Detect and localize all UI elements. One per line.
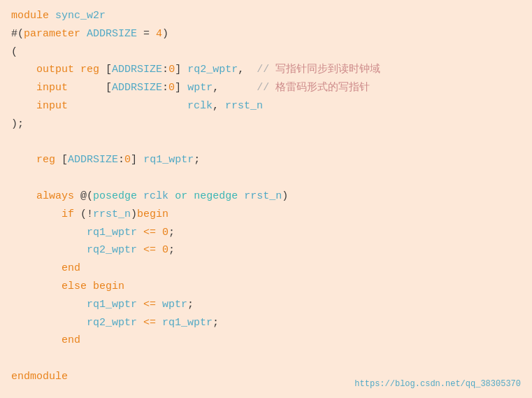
code-container: module sync_w2r #(parameter ADDRSIZE = 4… [0,0,532,398]
code-line-3: ( [11,43,521,62]
code-line-10 [11,169,521,187]
code-line-13: rq1_wptr <= 0; [11,224,521,242]
code-line-2: #(parameter ADDRSIZE = 4) [11,25,521,43]
code-line-17: rq1_wptr <= wptr; [11,296,521,314]
code-line-1: module sync_w2r [11,7,521,25]
code-line-19: end [11,332,521,350]
code-line-12: if (!rrst_n)begin [11,206,521,224]
code-line-16: else begin [11,278,521,296]
code-line-11: always @(posedge rclk or negedge rrst_n) [11,187,521,206]
code-line-4: output reg [ADDRSIZE:0] rq2_wptr, // 写指针… [11,61,521,79]
code-line-15: end [11,260,521,278]
code-line-14: rq2_wptr <= 0; [11,241,521,260]
code-line-8 [11,134,521,152]
code-line-6: input rclk, rrst_n [11,97,521,115]
code-line-18: rq2_wptr <= rq1_wptr; [11,314,521,332]
code-line-5: input [ADDRSIZE:0] wptr, // 格雷码形式的写指针 [11,79,521,97]
url-label: https://blog.csdn.net/qq_38305370 [354,377,521,391]
code-line-9: reg [ADDRSIZE:0] rq1_wptr; [11,151,521,169]
code-line-7: ); [11,115,521,134]
code-line-20 [11,350,521,368]
